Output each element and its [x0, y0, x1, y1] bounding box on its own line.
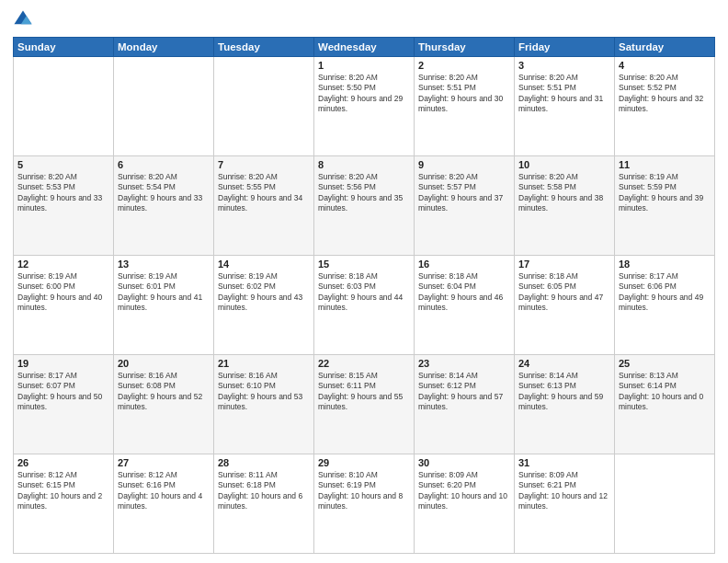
day-cell: 19Sunrise: 8:17 AM Sunset: 6:07 PM Dayli…	[14, 355, 114, 454]
weekday-tuesday: Tuesday	[214, 38, 314, 57]
day-cell: 20Sunrise: 8:16 AM Sunset: 6:08 PM Dayli…	[114, 355, 214, 454]
day-number: 13	[118, 259, 210, 270]
week-row-5: 26Sunrise: 8:12 AM Sunset: 6:15 PM Dayli…	[14, 454, 715, 554]
day-cell: 21Sunrise: 8:16 AM Sunset: 6:10 PM Dayli…	[214, 355, 314, 454]
day-cell: 30Sunrise: 8:09 AM Sunset: 6:20 PM Dayli…	[415, 454, 515, 554]
day-number: 26	[17, 457, 109, 468]
day-info: Sunrise: 8:20 AM Sunset: 5:51 PM Dayligh…	[418, 73, 510, 115]
day-info: Sunrise: 8:18 AM Sunset: 6:03 PM Dayligh…	[318, 271, 410, 314]
day-number: 21	[218, 358, 310, 369]
day-number: 17	[518, 259, 610, 270]
day-info: Sunrise: 8:09 AM Sunset: 6:21 PM Dayligh…	[518, 470, 610, 512]
day-number: 7	[218, 159, 310, 170]
weekday-saturday: Saturday	[615, 38, 715, 57]
day-number: 22	[318, 358, 410, 369]
day-cell: 27Sunrise: 8:12 AM Sunset: 6:16 PM Dayli…	[114, 454, 214, 554]
day-cell: 1Sunrise: 8:20 AM Sunset: 5:50 PM Daylig…	[314, 57, 415, 156]
day-cell: 2Sunrise: 8:20 AM Sunset: 5:51 PM Daylig…	[415, 57, 515, 156]
day-number: 19	[17, 358, 109, 369]
day-cell: 8Sunrise: 8:20 AM Sunset: 5:56 PM Daylig…	[314, 156, 415, 256]
day-number: 15	[318, 259, 410, 270]
day-info: Sunrise: 8:20 AM Sunset: 5:51 PM Dayligh…	[518, 73, 610, 115]
day-info: Sunrise: 8:20 AM Sunset: 5:54 PM Dayligh…	[118, 172, 210, 214]
day-number: 28	[218, 457, 310, 468]
day-number: 31	[518, 457, 610, 468]
day-info: Sunrise: 8:09 AM Sunset: 6:20 PM Dayligh…	[418, 470, 510, 512]
day-cell	[14, 57, 114, 156]
day-cell: 22Sunrise: 8:15 AM Sunset: 6:11 PM Dayli…	[314, 355, 415, 454]
week-row-3: 12Sunrise: 8:19 AM Sunset: 6:00 PM Dayli…	[14, 256, 715, 355]
day-number: 30	[418, 457, 510, 468]
day-number: 4	[619, 60, 711, 71]
day-number: 9	[418, 159, 510, 170]
week-row-4: 19Sunrise: 8:17 AM Sunset: 6:07 PM Dayli…	[14, 355, 715, 454]
day-info: Sunrise: 8:20 AM Sunset: 5:55 PM Dayligh…	[218, 172, 310, 214]
day-info: Sunrise: 8:20 AM Sunset: 5:50 PM Dayligh…	[318, 73, 410, 115]
day-cell: 9Sunrise: 8:20 AM Sunset: 5:57 PM Daylig…	[415, 156, 515, 256]
day-info: Sunrise: 8:20 AM Sunset: 5:57 PM Dayligh…	[418, 172, 510, 214]
week-row-2: 5Sunrise: 8:20 AM Sunset: 5:53 PM Daylig…	[14, 156, 715, 256]
day-info: Sunrise: 8:11 AM Sunset: 6:18 PM Dayligh…	[218, 470, 310, 512]
day-info: Sunrise: 8:20 AM Sunset: 5:56 PM Dayligh…	[318, 172, 410, 214]
weekday-monday: Monday	[114, 38, 214, 57]
logo	[13, 9, 35, 29]
day-cell: 15Sunrise: 8:18 AM Sunset: 6:03 PM Dayli…	[314, 256, 415, 355]
logo-icon	[13, 9, 33, 29]
day-info: Sunrise: 8:16 AM Sunset: 6:10 PM Dayligh…	[218, 371, 310, 413]
day-cell: 25Sunrise: 8:13 AM Sunset: 6:14 PM Dayli…	[615, 355, 715, 454]
day-cell: 17Sunrise: 8:18 AM Sunset: 6:05 PM Dayli…	[515, 256, 615, 355]
day-number: 6	[118, 159, 210, 170]
day-cell	[214, 57, 314, 156]
day-info: Sunrise: 8:12 AM Sunset: 6:15 PM Dayligh…	[17, 470, 109, 512]
day-cell	[615, 454, 715, 554]
day-cell: 5Sunrise: 8:20 AM Sunset: 5:53 PM Daylig…	[14, 156, 114, 256]
day-info: Sunrise: 8:15 AM Sunset: 6:11 PM Dayligh…	[318, 371, 410, 413]
day-cell: 12Sunrise: 8:19 AM Sunset: 6:00 PM Dayli…	[14, 256, 114, 355]
day-cell: 28Sunrise: 8:11 AM Sunset: 6:18 PM Dayli…	[214, 454, 314, 554]
day-cell: 18Sunrise: 8:17 AM Sunset: 6:06 PM Dayli…	[615, 256, 715, 355]
day-info: Sunrise: 8:20 AM Sunset: 5:52 PM Dayligh…	[619, 73, 711, 115]
day-cell: 26Sunrise: 8:12 AM Sunset: 6:15 PM Dayli…	[14, 454, 114, 554]
day-number: 8	[318, 159, 410, 170]
day-number: 20	[118, 358, 210, 369]
day-number: 29	[318, 457, 410, 468]
weekday-header-row: SundayMondayTuesdayWednesdayThursdayFrid…	[14, 38, 715, 57]
day-number: 14	[218, 259, 310, 270]
day-info: Sunrise: 8:19 AM Sunset: 6:01 PM Dayligh…	[118, 271, 210, 314]
day-info: Sunrise: 8:20 AM Sunset: 5:58 PM Dayligh…	[518, 172, 610, 214]
day-info: Sunrise: 8:14 AM Sunset: 6:12 PM Dayligh…	[418, 371, 510, 413]
weekday-thursday: Thursday	[415, 38, 515, 57]
day-info: Sunrise: 8:19 AM Sunset: 5:59 PM Dayligh…	[619, 172, 711, 214]
week-row-1: 1Sunrise: 8:20 AM Sunset: 5:50 PM Daylig…	[14, 57, 715, 156]
day-info: Sunrise: 8:12 AM Sunset: 6:16 PM Dayligh…	[118, 470, 210, 512]
day-cell: 11Sunrise: 8:19 AM Sunset: 5:59 PM Dayli…	[615, 156, 715, 256]
day-number: 23	[418, 358, 510, 369]
weekday-wednesday: Wednesday	[314, 38, 415, 57]
day-number: 1	[318, 60, 410, 71]
day-cell: 31Sunrise: 8:09 AM Sunset: 6:21 PM Dayli…	[515, 454, 615, 554]
day-number: 3	[518, 60, 610, 71]
day-cell: 24Sunrise: 8:14 AM Sunset: 6:13 PM Dayli…	[515, 355, 615, 454]
weekday-sunday: Sunday	[14, 38, 114, 57]
header	[13, 9, 715, 29]
day-info: Sunrise: 8:18 AM Sunset: 6:04 PM Dayligh…	[418, 271, 510, 314]
day-cell: 23Sunrise: 8:14 AM Sunset: 6:12 PM Dayli…	[415, 355, 515, 454]
day-cell: 3Sunrise: 8:20 AM Sunset: 5:51 PM Daylig…	[515, 57, 615, 156]
day-info: Sunrise: 8:18 AM Sunset: 6:05 PM Dayligh…	[518, 271, 610, 314]
day-number: 2	[418, 60, 510, 71]
day-info: Sunrise: 8:17 AM Sunset: 6:06 PM Dayligh…	[619, 271, 711, 314]
day-info: Sunrise: 8:10 AM Sunset: 6:19 PM Dayligh…	[318, 470, 410, 512]
calendar-body: 1Sunrise: 8:20 AM Sunset: 5:50 PM Daylig…	[14, 57, 715, 554]
day-number: 10	[518, 159, 610, 170]
page: SundayMondayTuesdayWednesdayThursdayFrid…	[0, 0, 728, 563]
day-number: 11	[619, 159, 711, 170]
day-cell: 7Sunrise: 8:20 AM Sunset: 5:55 PM Daylig…	[214, 156, 314, 256]
day-cell: 6Sunrise: 8:20 AM Sunset: 5:54 PM Daylig…	[114, 156, 214, 256]
calendar-table: SundayMondayTuesdayWednesdayThursdayFrid…	[13, 37, 715, 554]
day-cell: 4Sunrise: 8:20 AM Sunset: 5:52 PM Daylig…	[615, 57, 715, 156]
day-number: 27	[118, 457, 210, 468]
day-cell: 16Sunrise: 8:18 AM Sunset: 6:04 PM Dayli…	[415, 256, 515, 355]
day-info: Sunrise: 8:20 AM Sunset: 5:53 PM Dayligh…	[17, 172, 109, 214]
day-info: Sunrise: 8:19 AM Sunset: 6:00 PM Dayligh…	[17, 271, 109, 314]
day-info: Sunrise: 8:14 AM Sunset: 6:13 PM Dayligh…	[518, 371, 610, 413]
